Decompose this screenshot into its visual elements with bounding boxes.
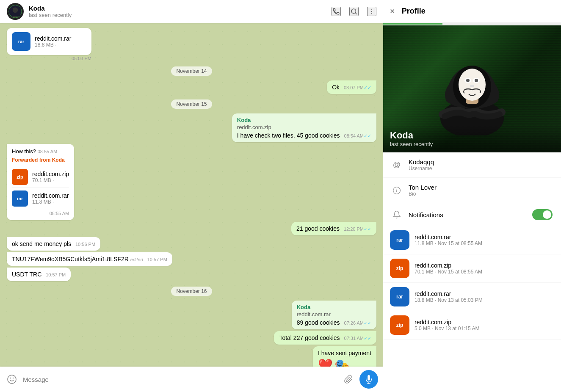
svg-point-7 (8, 375, 16, 384)
notifications-left: Notifications (392, 210, 443, 220)
file-type-icon: rar (12, 32, 30, 51)
username-value: Kodaqqq (409, 158, 553, 166)
profile-panel: × Profile (383, 0, 561, 392)
chat-panel: Koda last seen recently (0, 0, 383, 392)
notifications-toggle[interactable] (532, 209, 553, 220)
message-bubble: USDT TRC 10:57 PM (7, 268, 71, 281)
message-text: USDT TRC (12, 271, 41, 278)
date-divider: November 14 (7, 67, 376, 75)
svg-point-3 (351, 9, 356, 14)
message-bubble: ok send me money pls 10:56 PM (7, 237, 100, 251)
message-text: 89 good cookies 07:26 AM✓✓ (297, 319, 371, 326)
file-item: rar reddit.com.rar 11.8 MB · (12, 188, 69, 209)
file-name: reddit.com.zip (415, 262, 554, 269)
messages-area: rar reddit.com.rar 18.8 MB · 05:03 PM No… (0, 23, 383, 367)
message-bubble: I have sent payment ❤️ 🎭 07:33 AM✓✓ (313, 346, 376, 367)
message-time: 07:31 AM✓✓ (344, 336, 371, 341)
message-time: 10:56 PM (75, 242, 95, 247)
list-item: zip reddit.com.zip 5.0 MB · Nov 13 at 01… (383, 311, 561, 340)
more-button[interactable] (367, 7, 376, 16)
file-item-info: reddit.com.zip 5.0 MB · Nov 13 at 01:15 … (415, 319, 554, 331)
tab-files[interactable] (502, 23, 561, 25)
message-bubble: 21 good cookies 12:20 PM✓✓ (291, 222, 376, 235)
profile-header: × Profile (383, 0, 561, 23)
input-bar (0, 367, 383, 392)
list-item: Ok 03:07 PM✓✓ (327, 80, 376, 94)
date-divider: November 16 (7, 287, 376, 295)
chat-header: Koda last seen recently (0, 0, 383, 23)
file-name: reddit.com.rar (415, 234, 554, 240)
mic-button[interactable] (359, 370, 378, 389)
search-button[interactable] (349, 7, 359, 16)
message-text: TNU17FWem9oXB5GCutkfs5jAmi1t8LSF2R (12, 256, 129, 262)
bio-label: Bio (409, 191, 553, 197)
message-time: 05:03 PM (7, 56, 91, 61)
list-item: rar reddit.com.rar 11.8 MB · Nov 15 at 0… (383, 226, 561, 254)
svg-point-18 (466, 79, 470, 82)
list-item: How this? 08:55 AM Forwarded from Koda z… (7, 144, 74, 220)
list-item: Koda reddit.com.rar 89 good cookies 07:2… (292, 301, 376, 329)
file-reference: reddit.com.rar (297, 311, 371, 317)
file-size: 18.8 MB · (35, 42, 86, 48)
list-item: Koda reddit.com.zip I have check two fil… (232, 113, 376, 142)
message-bubble: Total 227 good cookies 07:31 AM✓✓ (274, 331, 376, 345)
list-item: rar reddit.com.rar 18.8 MB · Nov 13 at 0… (383, 283, 561, 311)
message-time: 10:57 PM (46, 272, 66, 277)
profile-details: @ Kodaqqq Username Ton Lover Bio (383, 152, 561, 226)
message-time: 10:57 PM (147, 257, 167, 262)
username-label: Username (409, 166, 553, 171)
forwarded-label: Forwarded from Koda (12, 157, 69, 163)
message-text: 21 good cookies (296, 225, 340, 232)
call-button[interactable] (332, 7, 341, 16)
profile-status: last seen recently (390, 141, 554, 147)
sender-name: Koda (297, 304, 371, 310)
tab-media[interactable] (442, 23, 502, 25)
message-time: 07:26 AM✓✓ (344, 320, 371, 326)
file-item: zip reddit.com.zip 70.1 MB · (12, 166, 69, 188)
list-item: rar reddit.com.rar 18.8 MB · 05:03 PM (7, 28, 91, 61)
avatar[interactable] (7, 3, 24, 20)
svg-point-1 (13, 7, 18, 13)
file-size: 11.8 MB · (32, 199, 69, 205)
header-icons (332, 7, 376, 16)
sticker-row: ❤️ 🎭 (318, 358, 371, 367)
attach-button[interactable] (342, 373, 355, 386)
file-name: reddit.com.rar (415, 290, 554, 297)
message-time: 12:20 PM✓✓ (344, 226, 371, 232)
file-meta: 18.8 MB · Nov 13 at 05:03 PM (415, 297, 554, 303)
emoji-button[interactable] (5, 373, 19, 386)
message-text: Ok (332, 84, 340, 91)
profile-user-info: Koda last seen recently (383, 125, 561, 152)
file-meta: 5.0 MB · Nov 13 at 01:15 AM (415, 326, 554, 331)
tab-info[interactable] (383, 23, 442, 25)
file-item-info: reddit.com.rar 18.8 MB · Nov 13 at 05:03… (415, 290, 554, 303)
file-size: 70.1 MB · (32, 177, 69, 183)
file-info: reddit.com.zip 70.1 MB · (32, 171, 69, 183)
sticker-heart: ❤️ (318, 358, 333, 367)
message-bubble: Ok 03:07 PM✓✓ (327, 80, 376, 94)
bell-icon (392, 210, 402, 220)
profile-title: Profile (402, 7, 426, 16)
file-meta: 70.1 MB · Nov 15 at 08:55 AM (415, 269, 554, 275)
file-item-info: reddit.com.zip 70.1 MB · Nov 15 at 08:55… (415, 262, 554, 275)
message-input[interactable] (23, 376, 337, 383)
list-item: I have sent payment ❤️ 🎭 07:33 AM✓✓ (313, 346, 376, 367)
message-bubble: Koda reddit.com.rar 89 good cookies 07:2… (292, 301, 376, 329)
profile-avatar (434, 42, 510, 127)
file-name: reddit.com.rar (35, 35, 86, 42)
message-bubble: Koda reddit.com.zip I have check two fil… (232, 113, 376, 142)
message-text: I have check two files, 45 good cookies … (237, 132, 371, 139)
close-button[interactable]: × (390, 6, 395, 16)
contact-status: last seen recently (29, 12, 326, 18)
svg-point-19 (475, 79, 478, 82)
file-name: reddit.com.zip (32, 171, 69, 177)
file-reference: reddit.com.zip (237, 124, 371, 130)
list-item: Total 227 good cookies 07:31 AM✓✓ (274, 331, 376, 345)
list-item: TNU17FWem9oXB5GCutkfs5jAmi1t8LSF2R edite… (7, 252, 172, 266)
svg-point-6 (371, 13, 372, 14)
date-divider: November 15 (7, 100, 376, 108)
file-name: reddit.com.rar (32, 192, 69, 199)
message-time: 08:55 AM (12, 211, 69, 216)
profile-cover: Koda last seen recently (383, 25, 561, 152)
file-type-icon: zip (390, 315, 409, 335)
